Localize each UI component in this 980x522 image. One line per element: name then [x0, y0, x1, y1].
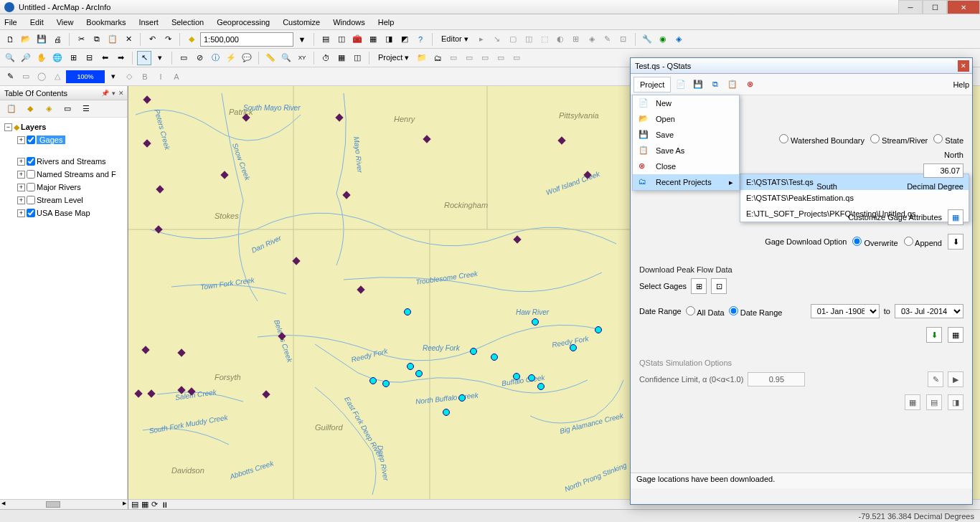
layout-view-icon[interactable]: ▦ [141, 500, 149, 509]
editor-tool-icon[interactable]: ▢ [506, 32, 520, 47]
gage-point[interactable] [532, 318, 539, 326]
html-popup-icon[interactable]: 💬 [240, 51, 254, 65]
toc-scrollbar[interactable]: ◀ ▶ [0, 499, 128, 509]
gage-point[interactable] [443, 409, 450, 416]
cut-icon[interactable]: ✂ [74, 32, 88, 47]
addin-icon[interactable]: ◩ [397, 32, 412, 47]
saveas-icon[interactable]: 📋 [725, 77, 740, 92]
draw-icon[interactable]: ✎ [3, 70, 17, 84]
arctoolbox-icon[interactable]: 🔧 [640, 32, 654, 47]
options-icon[interactable]: ☰ [79, 102, 93, 116]
identify-icon[interactable]: ⓘ [208, 51, 222, 65]
gage-point[interactable] [470, 348, 477, 355]
dropdown-arrow-icon[interactable]: ▾ [106, 70, 121, 84]
editor-toolbar-icon[interactable]: ▤ [319, 32, 333, 47]
close-icon[interactable]: ✕ [118, 90, 124, 97]
project-icon[interactable]: 🗂 [430, 51, 445, 65]
layer-rivers[interactable]: + Rivers and Streams [1, 155, 126, 168]
menu-recent-projects[interactable]: 🗂Recent Projects▸ [633, 174, 739, 190]
dropdown-arrow-icon[interactable]: ▼ [295, 32, 309, 47]
open-icon[interactable]: 📄 [674, 77, 688, 92]
editor-tool-icon[interactable]: ▸ [474, 32, 489, 47]
project-icon[interactable]: ▭ [509, 51, 524, 65]
layer-icon[interactable]: ◇ [122, 70, 136, 84]
measure-icon[interactable]: 📏 [263, 51, 278, 65]
menu-geoprocessing[interactable]: Geoprocessing [217, 18, 270, 27]
date-to-select[interactable]: 03- Jul -2014 [895, 304, 963, 318]
expand-icon[interactable]: + [17, 196, 25, 204]
gage-point[interactable] [404, 308, 411, 315]
menu-open[interactable]: 📂Open [633, 111, 739, 127]
data-view-icon[interactable]: ▤ [131, 500, 138, 509]
fixed-zoom-in-icon[interactable]: ⊞ [66, 51, 80, 65]
project-icon[interactable]: ▭ [478, 51, 492, 65]
north-input[interactable] [923, 163, 963, 178]
bold-icon[interactable]: B [138, 70, 152, 84]
list-by-source-icon[interactable]: ◆ [23, 102, 37, 116]
save-icon[interactable]: 💾 [34, 32, 49, 47]
paste-icon[interactable]: 📋 [105, 32, 120, 47]
menu-customize[interactable]: Customize [283, 18, 320, 27]
print-icon[interactable]: 🖨 [50, 32, 65, 47]
create-viewer-icon[interactable]: ◫ [350, 51, 364, 65]
editor-tool-icon[interactable]: ↘ [490, 32, 504, 47]
minimize-button[interactable]: ─ [898, 0, 923, 14]
expand-icon[interactable]: + [17, 158, 25, 166]
select-gages-button-1[interactable]: ⊞ [691, 278, 707, 294]
pin-icon[interactable]: 📌 [101, 90, 109, 97]
sim-button-1[interactable]: ✎ [928, 371, 943, 387]
new-doc-icon[interactable]: 🗋 [3, 32, 17, 47]
download-button[interactable]: ⬇ [926, 327, 942, 343]
layer-major-rivers[interactable]: + Major Rivers [1, 181, 126, 194]
layer-checkbox[interactable] [27, 170, 35, 179]
scale-input[interactable] [200, 32, 293, 47]
maximize-button[interactable]: ☐ [923, 0, 947, 14]
list-by-selection-icon[interactable]: ▭ [60, 102, 75, 116]
menu-edit[interactable]: Edit [30, 18, 44, 27]
radio-stream[interactable]: Stream/River [870, 134, 928, 145]
qstats-help[interactable]: Help [953, 80, 969, 89]
gage-point[interactable] [458, 394, 466, 402]
model-icon[interactable]: ◨ [382, 32, 396, 47]
forward-icon[interactable]: ➡ [113, 51, 128, 65]
menu-selection[interactable]: Selection [171, 18, 204, 27]
expand-icon[interactable]: + [17, 171, 25, 179]
gage-point[interactable] [595, 326, 602, 333]
dropdown-arrow-icon[interactable]: ▾ [153, 51, 167, 65]
editor-tool-icon[interactable]: ⬚ [537, 32, 552, 47]
menu-help[interactable]: Help [378, 18, 395, 27]
viewer-icon[interactable]: ▦ [334, 51, 349, 65]
customize-gage-button[interactable]: ▦ [948, 209, 963, 225]
dropdown-arrow-icon[interactable]: ▾ [112, 90, 116, 97]
sim-button-2[interactable]: ▶ [948, 371, 963, 387]
table-button[interactable]: ▦ [948, 327, 963, 343]
extension-icon[interactable]: ◈ [672, 32, 686, 47]
editor-tool-icon[interactable]: ✎ [600, 32, 615, 47]
editor-tool-icon[interactable]: ⊞ [569, 32, 583, 47]
zoom-out-icon[interactable]: 🔎 [19, 51, 33, 65]
editor-tool-icon[interactable]: ⊡ [616, 32, 631, 47]
radio-watershed[interactable]: Watershed Boundary [779, 134, 864, 145]
project-icon[interactable]: ▭ [462, 51, 476, 65]
menu-insert[interactable]: Insert [138, 18, 159, 27]
qstats-close-button[interactable]: ✕ [958, 60, 969, 72]
help-icon[interactable]: ? [413, 32, 428, 47]
list-by-drawing-icon[interactable]: 📋 [4, 102, 19, 116]
editor-tool-icon[interactable]: ◈ [585, 32, 599, 47]
find-icon[interactable]: 🔍 [279, 51, 293, 65]
confidence-input[interactable] [748, 372, 805, 386]
radio-date-range[interactable]: Date Range [729, 306, 783, 317]
rect-icon[interactable]: ▭ [19, 70, 33, 84]
time-slider-icon[interactable]: ⏱ [319, 51, 333, 65]
menu-close[interactable]: ⊗Close [633, 158, 739, 174]
menu-bookmarks[interactable]: Bookmarks [86, 18, 126, 27]
catalog-icon[interactable]: ◫ [334, 32, 349, 47]
radio-state[interactable]: State [933, 134, 963, 145]
menu-save[interactable]: 💾Save [633, 127, 739, 143]
menu-new[interactable]: 📄New [633, 95, 739, 111]
layer-checkbox[interactable] [27, 136, 35, 144]
close-button[interactable]: ✕ [947, 0, 980, 14]
editor-tool-icon[interactable]: ◐ [553, 32, 567, 47]
layer-usa-base[interactable]: + USA Base Map [1, 207, 126, 219]
undo-icon[interactable]: ↶ [145, 32, 159, 47]
